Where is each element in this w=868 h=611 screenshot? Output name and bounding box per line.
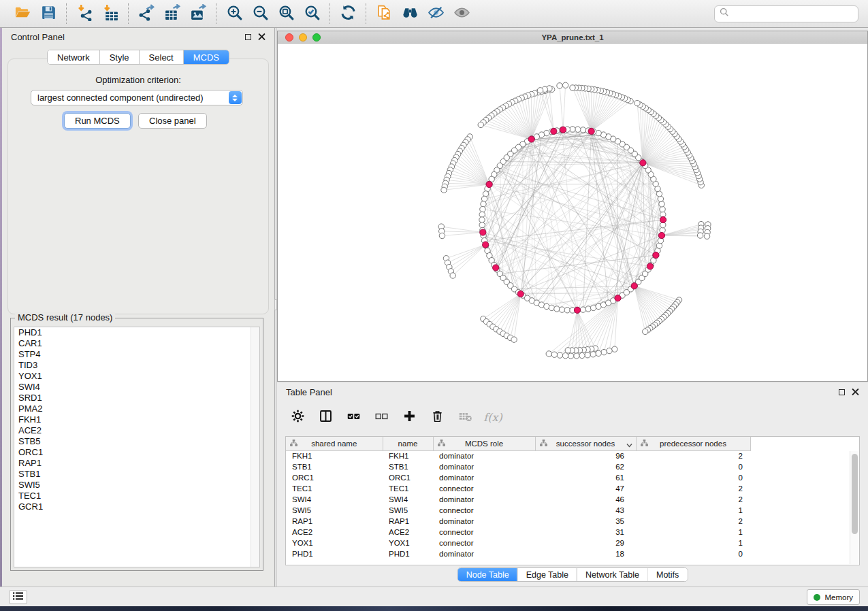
table-tab-node-table[interactable]: Node Table: [458, 568, 517, 581]
cell-shared-name[interactable]: RAP1: [286, 516, 383, 527]
mcds-node[interactable]: [560, 127, 566, 133]
mcds-node[interactable]: [615, 295, 621, 301]
network-node[interactable]: [557, 352, 562, 358]
mcds-result-list[interactable]: PHD1CAR1STP4TID3YOX1SWI4SRD1PMA2FKH1ACE2…: [14, 327, 260, 567]
mcds-result-item[interactable]: TEC1: [14, 491, 259, 501]
network-node[interactable]: [439, 233, 445, 238]
show-columns-button[interactable]: [315, 406, 336, 428]
network-node[interactable]: [562, 82, 568, 88]
mcds-result-item[interactable]: ORC1: [14, 447, 259, 458]
column-header-MCDS-role[interactable]: MCDS role: [433, 437, 535, 450]
table-row[interactable]: STB1STB1dominator620: [286, 461, 750, 472]
mcds-result-item[interactable]: STB5: [14, 436, 259, 447]
table-tab-network-table[interactable]: Network Table: [577, 568, 647, 581]
show-all-button[interactable]: [449, 2, 475, 25]
table-row[interactable]: ACE2ACE2connector311: [286, 527, 750, 538]
table-tab-motifs[interactable]: Motifs: [647, 568, 687, 581]
network-node[interactable]: [568, 353, 573, 359]
column-header-name[interactable]: name: [383, 437, 433, 450]
hide-selected-button[interactable]: [423, 2, 449, 25]
function-builder-button[interactable]: f(x): [482, 406, 504, 428]
tab-network[interactable]: Network: [48, 50, 99, 64]
cell-predecessor-nodes[interactable]: 1: [636, 538, 750, 548]
close-panel-button[interactable]: Close panel: [138, 113, 207, 129]
mcds-node[interactable]: [631, 283, 637, 289]
cell-name[interactable]: YOX1: [383, 538, 433, 548]
cell-successor-nodes[interactable]: 96: [535, 450, 636, 461]
network-node[interactable]: [585, 306, 591, 312]
cell-successor-nodes[interactable]: 43: [535, 505, 636, 516]
table-scrollbar[interactable]: [850, 451, 858, 564]
mcds-node[interactable]: [528, 136, 534, 142]
cell-successor-nodes[interactable]: 18: [535, 548, 636, 559]
mcds-node[interactable]: [574, 307, 580, 313]
cell-MCDS-role[interactable]: dominator: [433, 461, 535, 472]
tab-mcds[interactable]: MCDS: [183, 50, 229, 64]
mcds-list-scrollbar[interactable]: [251, 327, 259, 567]
network-node[interactable]: [511, 337, 517, 342]
network-node[interactable]: [479, 212, 485, 217]
cell-name[interactable]: STB1: [383, 461, 433, 472]
mcds-result-item[interactable]: SWI4: [14, 382, 259, 393]
cell-successor-nodes[interactable]: 61: [535, 472, 636, 483]
cell-MCDS-role[interactable]: dominator: [433, 548, 535, 559]
network-node[interactable]: [659, 201, 664, 207]
table-row[interactable]: YOX1YOX1connector291: [286, 538, 750, 548]
mcds-result-item[interactable]: STB1: [14, 469, 259, 480]
cell-successor-nodes[interactable]: 29: [535, 538, 636, 548]
mcds-result-item[interactable]: SRD1: [14, 393, 259, 403]
copy-view-button[interactable]: [371, 2, 397, 25]
float-panel-icon[interactable]: [245, 34, 251, 40]
network-node[interactable]: [546, 351, 551, 357]
cell-name[interactable]: FKH1: [383, 450, 433, 461]
network-node[interactable]: [697, 233, 703, 238]
network-node[interactable]: [441, 187, 447, 193]
cell-name[interactable]: PHD1: [383, 548, 433, 559]
cell-name[interactable]: SWI5: [383, 505, 433, 516]
mcds-result-item[interactable]: GCR1: [14, 501, 259, 512]
table-settings-button[interactable]: [287, 406, 308, 428]
search-input[interactable]: [733, 9, 853, 18]
delete-table-button[interactable]: [454, 406, 476, 428]
table-row[interactable]: TEC1TEC1connector472: [286, 483, 750, 494]
cell-name[interactable]: ORC1: [383, 472, 433, 483]
cell-MCDS-role[interactable]: dominator: [433, 494, 535, 505]
run-mcds-button[interactable]: Run MCDS: [64, 113, 131, 129]
mcds-node[interactable]: [588, 128, 594, 134]
mcds-result-item[interactable]: PMA2: [14, 403, 259, 414]
table-tab-edge-table[interactable]: Edge Table: [517, 568, 577, 581]
mcds-result-item[interactable]: TID3: [14, 360, 259, 371]
network-node[interactable]: [549, 305, 554, 310]
network-node[interactable]: [478, 122, 483, 127]
cell-shared-name[interactable]: SWI5: [286, 505, 383, 516]
cell-shared-name[interactable]: ACE2: [286, 527, 383, 538]
cell-MCDS-role[interactable]: dominator: [433, 472, 535, 483]
network-node[interactable]: [559, 307, 564, 312]
cell-name[interactable]: SWI4: [383, 494, 433, 505]
cell-MCDS-role[interactable]: connector: [433, 505, 535, 516]
first-neighbors-button[interactable]: [397, 2, 423, 25]
cell-successor-nodes[interactable]: 46: [535, 494, 636, 505]
zoom-fit-button[interactable]: [273, 2, 299, 25]
network-node[interactable]: [704, 233, 709, 239]
mcds-result-item[interactable]: PHD1: [14, 327, 259, 338]
delete-column-button[interactable]: [426, 406, 448, 428]
network-node[interactable]: [570, 127, 575, 132]
tab-select[interactable]: Select: [139, 50, 183, 64]
network-node[interactable]: [479, 217, 485, 222]
cell-MCDS-role[interactable]: connector: [433, 527, 535, 538]
cell-shared-name[interactable]: ORC1: [286, 472, 383, 483]
mcds-node[interactable]: [647, 263, 653, 269]
cell-MCDS-role[interactable]: dominator: [433, 450, 535, 461]
mcds-result-item[interactable]: FKH1: [14, 414, 259, 425]
refresh-button[interactable]: [335, 2, 361, 25]
cell-name[interactable]: TEC1: [383, 483, 433, 494]
cell-predecessor-nodes[interactable]: 0: [636, 472, 750, 483]
cell-name[interactable]: RAP1: [383, 516, 433, 527]
mcds-node[interactable]: [640, 160, 646, 166]
mcds-node[interactable]: [486, 181, 492, 187]
network-node[interactable]: [660, 206, 665, 212]
cell-successor-nodes[interactable]: 35: [535, 516, 636, 527]
mcds-node[interactable]: [493, 265, 499, 271]
export-table-button[interactable]: [159, 2, 185, 25]
